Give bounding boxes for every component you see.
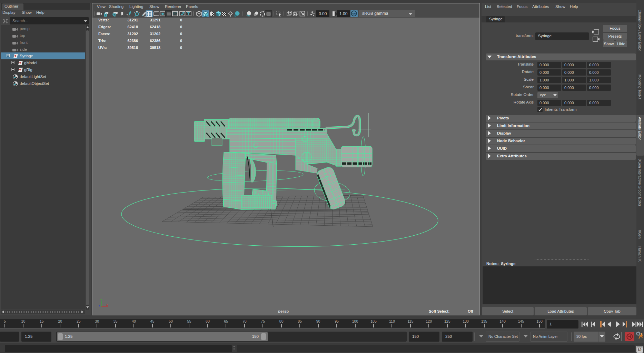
svg-text:ON: ON (352, 12, 356, 15)
svg-text:y: y (100, 298, 102, 301)
svg-text:z: z (99, 304, 100, 307)
svg-text:x: x (106, 303, 108, 306)
